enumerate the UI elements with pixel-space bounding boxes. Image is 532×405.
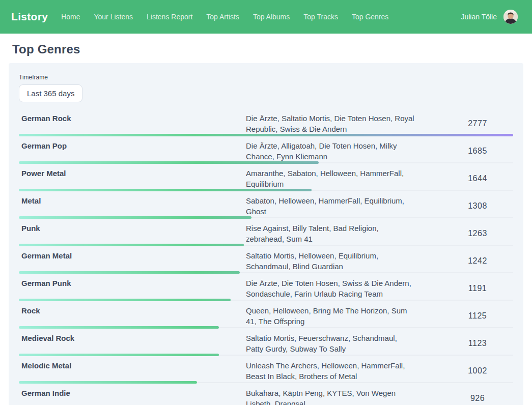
genre-count: 1002 — [468, 366, 487, 375]
nav-link-listens-report[interactable]: Listens Report — [147, 13, 192, 21]
genre-count: 1125 — [468, 311, 487, 321]
nav-link-your-listens[interactable]: Your Listens — [94, 13, 133, 21]
genre-name: Power Metal — [19, 168, 246, 179]
nav-link-top-albums[interactable]: Top Albums — [253, 13, 290, 21]
genre-artists: Die Ärzte, Die Toten Hosen, Swiss & Die … — [246, 278, 442, 299]
genre-name: German Rock — [19, 113, 246, 124]
genre-count: 1308 — [468, 201, 487, 211]
timeframe-select[interactable]: Last 365 days — [19, 84, 82, 102]
genre-count: 1644 — [468, 174, 487, 183]
genre-artists: Rise Against, Billy Talent, Bad Religion… — [246, 223, 442, 244]
user-avatar[interactable] — [503, 10, 518, 24]
user-avatar-photo — [503, 10, 518, 24]
genre-row: German Indie Bukahara, Käptn Peng, KYTES… — [19, 384, 513, 405]
genre-count: 1191 — [468, 284, 487, 293]
genre-row: Melodic Metal Unleash The Archers, Hello… — [19, 356, 513, 384]
genre-artists: Sabaton, Helloween, HammerFall, Equilibr… — [246, 195, 442, 217]
genre-artists: Queen, Helloween, Bring Me The Horizon, … — [246, 305, 442, 327]
navbar: Listory HomeYour ListensListens ReportTo… — [0, 0, 532, 34]
genre-name: Rock — [19, 305, 246, 316]
genre-name: German Pop — [19, 140, 246, 151]
genre-count: 2777 — [468, 119, 487, 128]
genre-artists: Bukahara, Käptn Peng, KYTES, Von Wegen L… — [246, 388, 442, 405]
main-content: Top Genres Timeframe Last 365 days Germa… — [0, 34, 532, 405]
genre-artists: Die Ärzte, Saltatio Mortis, Die Toten Ho… — [246, 113, 442, 134]
genre-artists: Die Ärzte, Alligatoah, Die Toten Hosen, … — [246, 140, 442, 162]
genre-row: German Pop Die Ärzte, Alligatoah, Die To… — [19, 136, 513, 164]
genre-count: 1123 — [468, 339, 487, 348]
genre-row: German Rock Die Ärzte, Saltatio Mortis, … — [19, 109, 513, 136]
genre-row: Medieval Rock Saltatio Mortis, Feuerschw… — [19, 329, 513, 356]
genre-row: Punk Rise Against, Billy Talent, Bad Rel… — [19, 219, 513, 246]
genre-name: Melodic Metal — [19, 360, 246, 371]
nav-link-top-tracks[interactable]: Top Tracks — [303, 13, 338, 21]
genre-name: German Punk — [19, 278, 246, 288]
nav-link-top-genres[interactable]: Top Genres — [352, 13, 388, 21]
genre-count: 1263 — [468, 229, 487, 238]
genre-count: 1685 — [468, 147, 487, 156]
page-title: Top Genres — [12, 42, 523, 56]
nav-links: HomeYour ListensListens ReportTop Artist… — [61, 13, 461, 21]
genre-artists: Saltatio Mortis, Helloween, Equilibrium,… — [246, 250, 442, 272]
genre-count: 926 — [470, 394, 485, 403]
genre-row: Metal Sabaton, Helloween, HammerFall, Eq… — [19, 191, 513, 219]
genre-name: Medieval Rock — [19, 333, 246, 343]
genre-name: German Indie — [19, 388, 246, 398]
app-logo[interactable]: Listory — [11, 11, 48, 23]
genre-row: German Metal Saltatio Mortis, Helloween,… — [19, 246, 513, 274]
genre-artists: Unleash The Archers, Helloween, HammerFa… — [246, 360, 442, 382]
genre-artists: Saltatio Mortis, Feuerschwanz, Schandmau… — [246, 333, 442, 354]
user-name: Julian Tölle — [461, 13, 497, 21]
genre-name: Metal — [19, 195, 246, 206]
genres-table: German Rock Die Ärzte, Saltatio Mortis, … — [19, 109, 513, 405]
genre-artists: Amaranthe, Sabaton, Helloween, HammerFal… — [246, 168, 442, 189]
timeframe-label: Timeframe — [19, 74, 513, 81]
genre-name: Punk — [19, 223, 246, 234]
genres-card: Timeframe Last 365 days German Rock Die … — [9, 63, 523, 405]
genre-name: German Metal — [19, 250, 246, 261]
timeframe-filter: Timeframe Last 365 days — [19, 74, 513, 102]
user-menu[interactable]: Julian Tölle — [461, 10, 518, 24]
nav-link-home[interactable]: Home — [61, 13, 80, 21]
genre-row: Rock Queen, Helloween, Bring Me The Hori… — [19, 301, 513, 329]
genre-count: 1242 — [468, 256, 487, 266]
genre-row: German Punk Die Ärzte, Die Toten Hosen, … — [19, 274, 513, 301]
nav-link-top-artists[interactable]: Top Artists — [206, 13, 239, 21]
genre-row: Power Metal Amaranthe, Sabaton, Hellowee… — [19, 164, 513, 191]
